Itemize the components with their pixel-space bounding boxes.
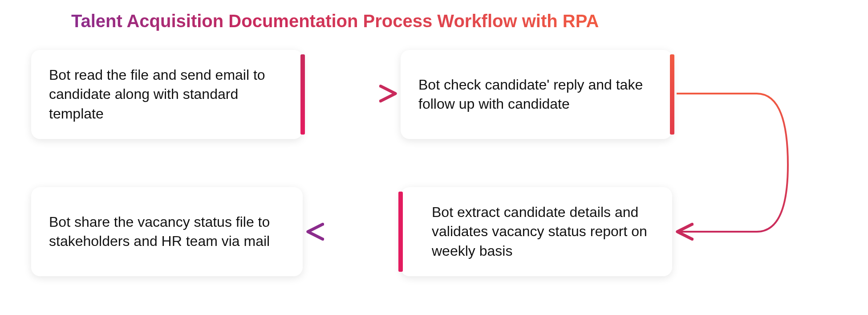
workflow-step-4: Bot share the vacancy status file to sta… [31,187,303,276]
accent-bar [398,192,403,272]
workflow-step-1: Bot read the file and send email to cand… [31,50,303,139]
workflow-step-1-text: Bot read the file and send email to cand… [49,65,280,123]
workflow-step-3-text: Bot extract candidate details and valida… [432,203,654,261]
workflow-step-2-text: Bot check candidate' reply and take foll… [418,75,650,114]
workflow-step-2: Bot check candidate' reply and take foll… [401,50,672,139]
arrow-step2-to-step3 [677,94,788,232]
diagram-title: Talent Acquisition Documentation Process… [71,11,599,31]
workflow-step-4-text: Bot share the vacancy status file to sta… [49,213,280,251]
accent-bar [300,54,305,135]
workflow-step-3: Bot extract candidate details and valida… [401,187,672,276]
accent-bar [670,54,674,135]
